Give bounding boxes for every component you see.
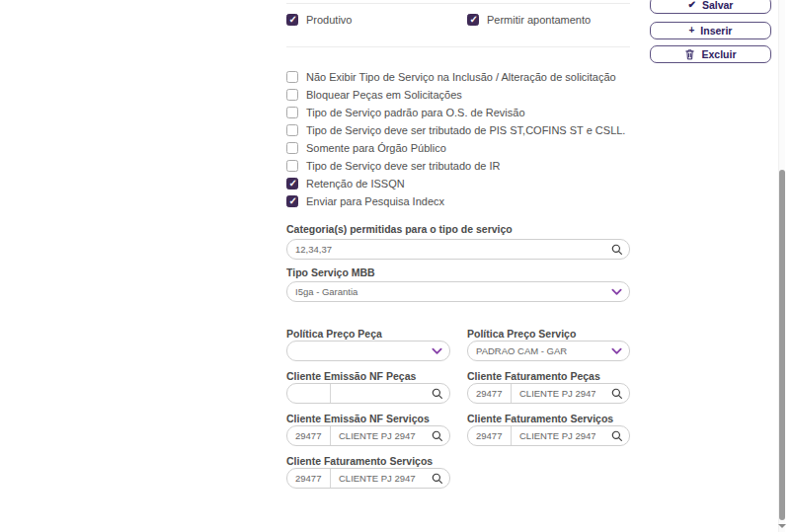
name-cell [512,384,603,403]
service-type-form-screen: Produtivo Permitir apontamento Não Exibi… [0,0,793,532]
trash-icon [684,48,695,60]
name-cell [331,426,424,445]
checkbox-icon[interactable] [286,71,298,83]
name-cell [331,384,424,403]
cliente-faturamento-pecas-input-box [467,383,630,404]
cliente-faturamento-servicos-search-button[interactable] [603,426,629,445]
checkbox-label: Produtivo [306,14,352,26]
code-cell [287,426,331,445]
code-cell [287,469,331,488]
checkbox-nao-exibir-tipo-servico[interactable]: Não Exibir Tipo de Serviço na Inclusão /… [286,68,616,86]
checkbox-label: Tipo de Serviço deve ser tributado de PI… [306,124,625,136]
save-button-label: Salvar [702,0,734,11]
delete-button[interactable]: Excluir [650,45,771,63]
name-cell [331,469,424,488]
search-icon [610,387,623,400]
cliente-emissao-nf-pecas-code-input[interactable] [287,384,330,403]
checkbox-label: Tipo de Serviço padrão para O.S. de Revi… [306,107,525,118]
cliente-faturamento-servicos-2-name-input[interactable] [331,469,424,488]
cliente-faturamento-servicos-label: Cliente Faturamento Serviços [467,413,613,424]
checkbox-label: Permitir apontamento [487,14,591,26]
checkbox-label: Retenção de ISSQN [306,178,405,190]
categorias-input[interactable] [287,240,603,259]
checkbox-label: Enviar para Pesquisa Indecx [306,195,444,207]
cliente-emissao-nf-servicos-code-input[interactable] [287,426,330,445]
checkbox-icon[interactable] [286,107,298,118]
cliente-faturamento-servicos-name-input[interactable] [512,426,603,445]
insert-button-label: Inserir [700,25,732,37]
chevron-down-icon [611,288,622,296]
checkbox-bloquear-pecas[interactable]: Bloquear Peças em Solicitações [286,86,462,104]
categorias-search-button[interactable] [603,240,629,259]
search-icon [431,472,443,485]
checkbox-icon[interactable] [286,195,298,207]
checkbox-label: Somente para Órgão Público [306,142,446,154]
politica-preco-servico-value: PADRAO CAM - GAR [468,345,603,356]
checkbox-tributado-pis-cofins-csll[interactable]: Tipo de Serviço deve ser tributado de PI… [286,121,625,139]
cliente-faturamento-servicos-code-input[interactable] [468,426,511,445]
politica-preco-servico-dropdown-button[interactable] [603,342,629,360]
politica-preco-peca-select[interactable] [286,341,450,361]
scrollbar-down-arrow-icon[interactable] [778,524,786,528]
cliente-emissao-nf-servicos-input-box [286,425,450,446]
checkbox-produtivo[interactable]: Produtivo [286,11,352,29]
cliente-emissao-nf-pecas-input-box [286,383,450,404]
checkbox-icon[interactable] [286,14,298,26]
name-cell [512,426,603,445]
tipo-servico-mbb-value: I5ga - Garantia [287,286,603,297]
chevron-down-icon [432,347,442,355]
politica-preco-servico-select[interactable]: PADRAO CAM - GAR [467,341,630,361]
tipo-servico-mbb-select[interactable]: I5ga - Garantia [286,281,630,302]
checkbox-somente-orgao-publico[interactable]: Somente para Órgão Público [286,139,446,157]
checkbox-tipo-servico-padrao-os-revisao[interactable]: Tipo de Serviço padrão para O.S. de Revi… [286,104,525,121]
checkbox-tributado-ir[interactable]: Tipo de Serviço deve ser tributado de IR [286,157,500,175]
checkbox-enviar-pesquisa-indecx[interactable]: Enviar para Pesquisa Indecx [286,192,444,210]
checkbox-label: Tipo de Serviço deve ser tributado de IR [306,160,500,172]
insert-button[interactable]: + Inserir [650,22,771,39]
cliente-faturamento-servicos-input-box [467,425,630,446]
checkbox-icon[interactable] [286,178,298,190]
checkbox-permitir-apontamento[interactable]: Permitir apontamento [467,11,591,29]
cliente-faturamento-pecas-search-button[interactable] [603,384,629,403]
politica-preco-peca-dropdown-button[interactable] [424,342,449,360]
cliente-faturamento-servicos-2-input-box [286,468,450,489]
cliente-emissao-nf-servicos-label: Cliente Emissão NF Serviços [286,413,430,424]
checkbox-icon[interactable] [286,124,298,136]
checkbox-icon[interactable] [286,142,298,154]
cliente-emissao-nf-pecas-search-button[interactable] [424,384,449,403]
divider-top [286,3,630,4]
scrollbar-thumb[interactable] [779,170,785,520]
tipo-servico-mbb-dropdown-button[interactable] [603,282,629,301]
cliente-faturamento-pecas-code-input[interactable] [468,384,511,403]
code-cell [468,384,512,403]
cliente-emissao-nf-pecas-name-input[interactable] [331,384,424,403]
politica-preco-servico-label: Política Preço Serviço [467,328,576,340]
check-icon: ✔ [688,0,696,10]
save-button[interactable]: ✔ Salvar [650,0,771,14]
checkbox-label: Não Exibir Tipo de Serviço na Inclusão /… [306,71,616,83]
search-icon [610,429,623,442]
politica-preco-peca-label: Política Preço Peça [286,328,382,340]
cliente-emissao-nf-pecas-label: Cliente Emissão NF Peças [286,370,416,382]
cliente-emissao-nf-servicos-name-input[interactable] [331,426,424,445]
search-icon [431,429,443,442]
search-icon [431,387,443,400]
code-cell [468,426,512,445]
checkbox-icon[interactable] [286,160,298,172]
cliente-emissao-nf-servicos-search-button[interactable] [424,426,449,445]
code-cell [287,384,331,403]
categorias-input-box [286,239,630,260]
chevron-down-icon [611,347,622,355]
divider-after-top-checkboxes [286,46,630,47]
checkbox-retencao-issqn[interactable]: Retenção de ISSQN [286,175,405,192]
plus-icon: + [689,26,695,36]
cliente-faturamento-pecas-label: Cliente Faturamento Peças [467,370,600,382]
cliente-faturamento-servicos-2-search-button[interactable] [424,469,449,488]
categorias-label: Categoria(s) permitidas para o tipo de s… [286,223,513,235]
cliente-faturamento-servicos-2-code-input[interactable] [287,469,330,488]
search-icon [610,243,623,256]
cliente-faturamento-servicos-2-label: Cliente Faturamento Serviços [286,455,433,467]
checkbox-icon[interactable] [286,89,298,101]
cliente-faturamento-pecas-name-input[interactable] [512,384,603,403]
checkbox-icon[interactable] [467,14,479,26]
